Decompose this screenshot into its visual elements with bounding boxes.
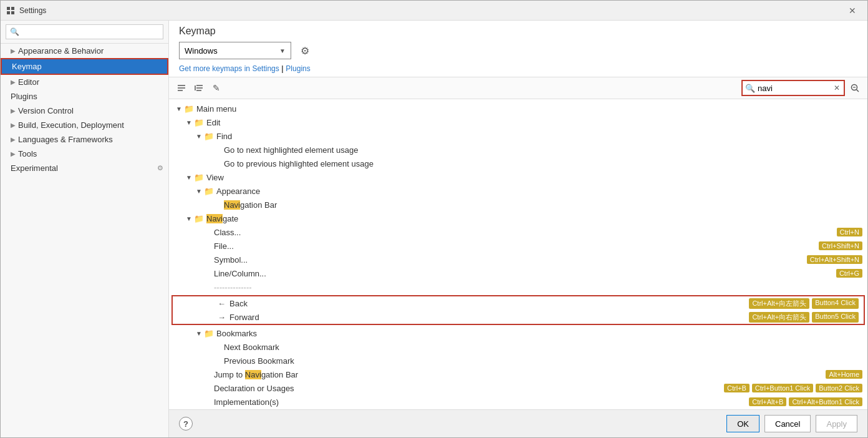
tree-item-label: Appearance	[216, 187, 862, 196]
highlight-text: Navi	[224, 200, 240, 210]
shortcuts: Ctrl+G	[836, 269, 862, 278]
shortcut-tag: Alt+Home	[826, 370, 862, 379]
sidebar-item-label: Tools	[18, 149, 163, 158]
expand-all-button[interactable]	[174, 80, 189, 95]
sidebar-search-area	[1, 21, 168, 44]
selected-group: ← Back Ctrl+Alt+向左箭头 Button4 Click → For…	[171, 295, 865, 325]
shortcuts: Alt+Home	[826, 370, 862, 379]
apply-button[interactable]: Apply	[816, 415, 857, 432]
expand-icon[interactable]: ▼	[194, 188, 204, 195]
expand-icon: ▶	[11, 79, 16, 85]
expand-icon: ▶	[11, 136, 16, 143]
plugins-link[interactable]: Plugins	[286, 64, 310, 73]
tree-row: Declaration or Usages Ctrl+B Ctrl+Button…	[169, 381, 867, 395]
tree-row: Class... Ctrl+N	[169, 225, 867, 239]
expand-icon: ▶	[11, 47, 16, 54]
sidebar-item-experimental[interactable]: Experimental ⚙	[1, 161, 168, 175]
highlight-text: Navi	[245, 370, 261, 379]
expand-icon[interactable]: ▼	[184, 215, 194, 222]
folder-icon: 📁	[194, 118, 204, 127]
find-usages-button[interactable]	[847, 80, 862, 95]
keymap-settings-button[interactable]: ⚙	[296, 42, 314, 59]
cancel-button[interactable]: Cancel	[764, 415, 811, 432]
tree-item-label: Edit	[206, 118, 862, 127]
expand-icon[interactable]: ▼	[194, 133, 204, 140]
shortcuts: Ctrl+Alt+Shift+N	[807, 255, 862, 264]
tree-row: ▼ 📁 Appearance	[169, 184, 867, 198]
close-button[interactable]: ✕	[842, 4, 862, 17]
sidebar-item-version-control[interactable]: ▶ Version Control	[1, 104, 168, 118]
folder-icon: 📁	[204, 132, 214, 141]
keymap-tree[interactable]: ▼ 📁 Main menu ▼ 📁 Edit ▼ 📁 Find	[169, 99, 867, 409]
highlight-text: Navi	[206, 214, 223, 223]
keymap-preset-dropdown[interactable]: Windows ▼	[179, 42, 291, 59]
shortcut-tag: Ctrl+N	[837, 228, 862, 236]
sidebar-item-label: Version Control	[18, 106, 163, 115]
tree-item-label: Previous Bookmark	[224, 356, 862, 366]
toolbar-right: 🔍 ✕	[741, 80, 862, 96]
titlebar: Settings ✕	[1, 1, 867, 21]
expand-icon[interactable]: ▼	[184, 119, 194, 126]
shortcuts: Ctrl+N	[837, 228, 862, 236]
expand-icon[interactable]: ▼	[194, 330, 204, 337]
tree-row: Line/Column... Ctrl+G	[169, 266, 867, 280]
shortcuts: Ctrl+Shift+N	[819, 241, 862, 250]
tree-item-label: Class...	[214, 228, 837, 237]
tree-row: File... Ctrl+Shift+N	[169, 239, 867, 253]
expand-icon: ▶	[11, 150, 16, 157]
tree-separator-row: --------------	[169, 280, 867, 294]
search-icon: 🔍	[745, 84, 755, 93]
edit-shortcut-button[interactable]: ✎	[209, 80, 224, 95]
tree-row: ▼ 📁 Find	[169, 129, 867, 143]
page-title: Keymap	[179, 26, 857, 37]
sidebar-item-appearance[interactable]: ▶ Appearance & Behavior	[1, 44, 168, 58]
footer-right: OK Cancel Apply	[726, 415, 857, 432]
sidebar-item-keymap[interactable]: Keymap	[1, 58, 168, 75]
folder-icon: 📁	[194, 173, 204, 182]
folder-icon: 📁	[194, 214, 204, 223]
ok-button[interactable]: OK	[726, 415, 760, 432]
sidebar-item-tools[interactable]: ▶ Tools	[1, 147, 168, 161]
expand-icon[interactable]: ▼	[184, 174, 194, 181]
main-content: ▶ Appearance & Behavior Keymap ▶ Editor …	[1, 21, 867, 437]
tree-item-label: Line/Column...	[214, 269, 836, 278]
footer: ? OK Cancel Apply	[169, 409, 867, 437]
tree-item-label: Next Bookmark	[224, 343, 862, 352]
tree-row: ▼ 📁 View	[169, 170, 867, 184]
search-input[interactable]	[758, 84, 832, 93]
sidebar-item-languages[interactable]: ▶ Languages & Frameworks	[1, 132, 168, 147]
sidebar-item-label: Plugins	[11, 92, 163, 101]
tree-row: Go to next highlighted element usage	[169, 143, 867, 157]
sidebar-item-build[interactable]: ▶ Build, Execution, Deployment	[1, 118, 168, 132]
keymap-controls: Windows ▼ ⚙	[179, 42, 857, 59]
shortcut-tag: Button4 Click	[812, 298, 859, 309]
collapse-all-button[interactable]	[191, 80, 206, 95]
sidebar-search-input[interactable]	[6, 24, 163, 39]
sidebar-item-label: Build, Execution, Deployment	[18, 120, 163, 130]
tree-separator-label: --------------	[214, 283, 862, 292]
tree-row: ▼ 📁 Main menu	[169, 102, 867, 115]
shortcut-tag: Ctrl+B	[724, 384, 750, 392]
shortcut-tag: Ctrl+Shift+N	[819, 241, 862, 250]
sidebar-item-plugins[interactable]: Plugins	[1, 89, 168, 104]
help-button[interactable]: ?	[179, 417, 193, 431]
svg-rect-0	[7, 7, 10, 10]
settings-window: Settings ✕ ▶ Appearance & Behavior Keyma…	[0, 0, 868, 438]
toolbar: ✎ 🔍 ✕	[169, 77, 867, 99]
shortcuts: Ctrl+Alt+B Ctrl+Alt+Button1 Click	[749, 397, 862, 406]
get-keymaps-link[interactable]: Get more keymaps in Settings	[179, 64, 279, 73]
tree-item-label: Back	[229, 299, 749, 308]
shortcuts: Ctrl+Alt+向右箭头 Button5 Click	[749, 312, 859, 323]
clear-search-button[interactable]: ✕	[832, 84, 841, 92]
toolbar-left: ✎	[174, 80, 224, 95]
expand-icon[interactable]: ▼	[174, 105, 184, 112]
keymap-preset-value: Windows	[185, 46, 218, 56]
expand-icon: ▶	[11, 122, 16, 129]
tree-row: ▼ 📁 Edit	[169, 115, 867, 129]
link-separator: |	[281, 64, 286, 73]
tree-row: → Forward Ctrl+Alt+向右箭头 Button5 Click	[173, 310, 864, 324]
sidebar-item-editor[interactable]: ▶ Editor	[1, 75, 168, 89]
tree-row: Previous Bookmark	[169, 354, 867, 367]
app-icon	[6, 6, 16, 16]
window-title: Settings	[19, 6, 842, 15]
